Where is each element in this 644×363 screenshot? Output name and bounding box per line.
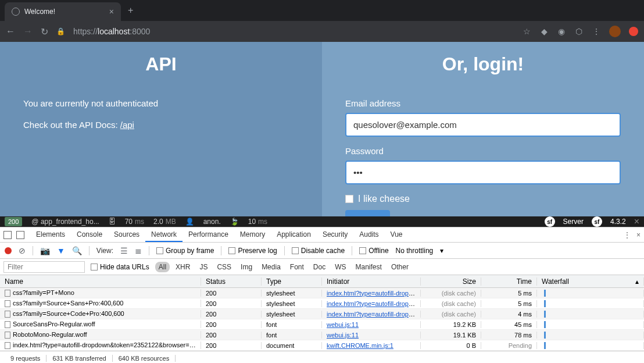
disable-cache-checkbox[interactable] <box>292 247 299 254</box>
filter-chip-xhr[interactable]: XHR <box>172 262 194 272</box>
sf-db-icon[interactable]: 🗄 <box>109 218 116 226</box>
extension-icon-2[interactable]: ◉ <box>557 27 566 36</box>
symfony-logo[interactable]: sf <box>545 216 555 227</box>
browser-tab[interactable]: Welcome! × <box>5 2 121 21</box>
table-row[interactable]: index.html?type=autofill-dropdown&token=… <box>0 340 644 351</box>
filter-input[interactable] <box>3 261 85 273</box>
camera-icon[interactable]: 📷 <box>40 246 50 255</box>
memory-usage[interactable]: 2.0 MB <box>153 218 176 226</box>
star-icon[interactable]: ☆ <box>522 27 531 36</box>
api-docs-link[interactable]: /api <box>120 120 134 130</box>
symfony-version[interactable]: 4.3.2 <box>610 218 626 226</box>
devtools-tab-sources[interactable]: Sources <box>108 228 145 242</box>
col-type[interactable]: Type <box>262 277 322 286</box>
devtools-tab-vue[interactable]: Vue <box>385 228 409 242</box>
symfony-toolbar: 200 @ app_frontend_ho... 🗄 70 ms 2.0 MB … <box>0 216 644 227</box>
sf-close-icon[interactable]: × <box>634 216 639 227</box>
search-icon[interactable]: 🔍 <box>72 246 82 255</box>
col-time[interactable]: Time <box>481 277 537 286</box>
devtools-tab-network[interactable]: Network <box>145 228 183 242</box>
menu-icon[interactable]: ⋮ <box>592 27 601 36</box>
table-row[interactable]: css?family=Source+Sans+Pro:400,600200sty… <box>0 298 644 309</box>
devtools-tab-elements[interactable]: Elements <box>30 228 71 242</box>
page-content: API You are currently not authenticated … <box>0 42 644 216</box>
file-icon <box>5 290 10 297</box>
table-row[interactable]: css?family=PT+Mono200stylesheetindex.htm… <box>0 288 644 298</box>
table-row[interactable]: css?family=Source+Code+Pro:400,600200sty… <box>0 309 644 319</box>
devtools-tab-memory[interactable]: Memory <box>234 228 271 242</box>
route-name[interactable]: @ app_frontend_ho... <box>31 218 99 226</box>
filter-chip-css[interactable]: CSS <box>213 262 235 272</box>
filter-chip-manifest[interactable]: Manifest <box>352 262 385 272</box>
col-name[interactable]: Name <box>0 277 201 286</box>
col-waterfall[interactable]: Waterfall▴ <box>537 277 644 286</box>
filter-icon[interactable]: ▼ <box>57 246 65 255</box>
throttling-select[interactable]: No throttling <box>396 247 434 255</box>
preserve-log-checkbox[interactable] <box>228 247 235 254</box>
extension-icon[interactable]: ◆ <box>539 27 549 36</box>
initiator-link[interactable]: index.html?type=autofill-dropdo... <box>327 311 421 318</box>
server-label[interactable]: Server <box>563 218 584 226</box>
close-icon[interactable]: × <box>109 7 114 16</box>
throttling-chevron-icon[interactable]: ▾ <box>440 247 443 255</box>
devtools-tab-audits[interactable]: Audits <box>353 228 384 242</box>
initiator-link[interactable]: index.html?type=autofill-dropdo... <box>327 290 421 297</box>
device-icon[interactable] <box>16 231 24 239</box>
twig-time[interactable]: 10 ms <box>248 218 267 226</box>
toolbar-icons: ☆ ◆ ◉ ⬡ ⋮ <box>522 26 638 37</box>
initiator-link[interactable]: webui.js:11 <box>327 332 359 339</box>
password-field[interactable] <box>345 161 621 184</box>
col-initiator[interactable]: Initiator <box>322 277 421 286</box>
devtools-tab-security[interactable]: Security <box>317 228 353 242</box>
new-tab-button[interactable]: + <box>128 5 133 16</box>
symfony-logo-2[interactable]: sf <box>592 216 602 227</box>
network-controls: ⊘ 📷 ▼ 🔍 View: ☰ ≣ Group by frame Preserv… <box>0 243 644 259</box>
group-frame-checkbox[interactable] <box>156 247 163 254</box>
devtools-close-icon[interactable]: × <box>636 231 641 239</box>
profile-avatar[interactable] <box>609 26 621 37</box>
initiator-link[interactable]: kwift.CHROME.min.js:1 <box>327 342 393 349</box>
offline-checkbox[interactable] <box>359 247 366 254</box>
list-view-icon[interactable]: ☰ <box>120 246 128 255</box>
current-user[interactable]: anon. <box>203 218 221 226</box>
initiator-link[interactable]: index.html?type=autofill-dropdo... <box>327 300 421 307</box>
request-time[interactable]: 70 ms <box>125 218 144 226</box>
waterfall-bar <box>544 321 546 328</box>
notification-dot[interactable] <box>629 27 638 36</box>
devtools-tab-console[interactable]: Console <box>71 228 108 242</box>
inspect-icon[interactable] <box>3 231 12 239</box>
filter-chip-doc[interactable]: Doc <box>310 262 329 272</box>
http-status[interactable]: 200 <box>5 217 22 226</box>
hide-urls-checkbox[interactable] <box>91 264 98 271</box>
filter-chip-other[interactable]: Other <box>388 262 412 272</box>
shield-icon[interactable]: ⬡ <box>574 27 584 36</box>
filter-chip-img[interactable]: Img <box>237 262 256 272</box>
url-input[interactable]: https://localhost:8000 <box>73 27 514 36</box>
forward-button[interactable]: → <box>23 26 33 37</box>
table-row[interactable]: SourceSansPro-Regular.woff200fontwebui.j… <box>0 319 644 330</box>
clear-button[interactable]: ⊘ <box>19 246 26 255</box>
url-bar: ← → ↻ 🔒 https://localhost:8000 ☆ ◆ ◉ ⬡ ⋮ <box>0 21 644 42</box>
devtools-more-icon[interactable]: ⋮ <box>624 231 631 239</box>
large-view-icon[interactable]: ≣ <box>135 246 142 255</box>
filter-chip-all[interactable]: All <box>155 262 170 272</box>
col-size[interactable]: Size <box>421 277 481 286</box>
login-panel: Or, login! Email address Password I like… <box>322 42 644 216</box>
filter-chip-media[interactable]: Media <box>258 262 284 272</box>
cheese-label: I like cheese <box>358 194 410 204</box>
back-button[interactable]: ← <box>6 26 15 37</box>
filter-chip-font[interactable]: Font <box>287 262 307 272</box>
email-field[interactable] <box>345 113 621 137</box>
record-button[interactable] <box>5 247 12 254</box>
devtools-tab-application[interactable]: Application <box>271 228 317 242</box>
devtools-tab-performance[interactable]: Performance <box>183 228 234 242</box>
filter-chip-js[interactable]: JS <box>196 262 211 272</box>
col-status[interactable]: Status <box>201 277 262 286</box>
reload-button[interactable]: ↻ <box>41 26 48 37</box>
cheese-checkbox[interactable] <box>345 195 353 203</box>
filter-chip-ws[interactable]: WS <box>331 262 349 272</box>
filter-row: Hide data URLs AllXHRJSCSSImgMediaFontDo… <box>0 259 644 275</box>
file-icon <box>5 300 10 307</box>
initiator-link[interactable]: webui.js:11 <box>327 321 359 328</box>
table-row[interactable]: RobotoMono-Regular.woff200fontwebui.js:1… <box>0 330 644 340</box>
